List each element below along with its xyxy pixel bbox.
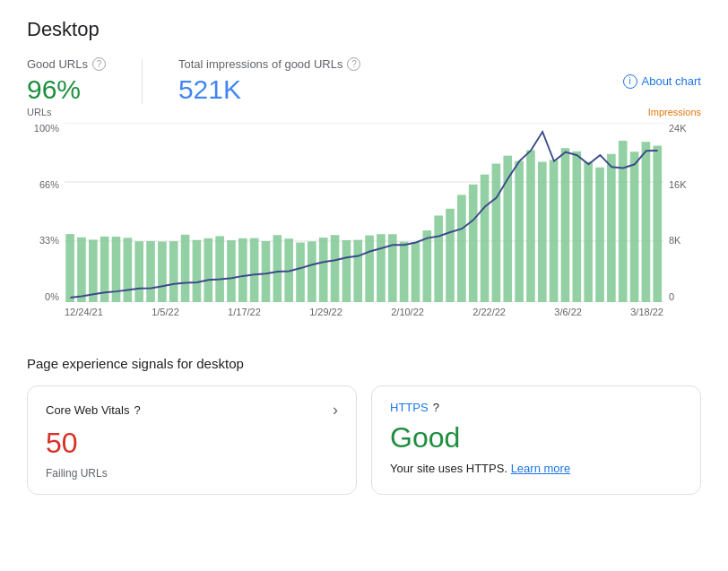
https-title-text: HTTPS [390,401,429,414]
x-label: 12/24/21 [65,307,103,317]
svg-rect-35 [423,230,432,302]
svg-rect-40 [481,175,490,302]
about-chart-label: About chart [642,74,702,88]
impressions-label-text: Total impressions of good URLs [178,57,343,71]
page-title: Desktop [27,18,701,41]
svg-rect-45 [538,162,547,302]
core-web-vitals-help-icon[interactable]: ? [134,403,140,417]
svg-rect-37 [446,209,455,302]
metrics-row: Good URLs ? 96% Total impressions of goo… [27,57,701,105]
https-description: Your site uses HTTPS. Learn more [390,462,682,475]
svg-rect-47 [561,148,570,302]
about-chart-info-icon: i [623,74,637,89]
svg-rect-12 [158,242,167,302]
svg-rect-48 [573,151,582,302]
svg-rect-15 [193,240,202,302]
svg-rect-34 [412,242,420,302]
metric-divider [142,59,143,104]
svg-rect-20 [250,238,259,302]
svg-rect-33 [400,242,409,302]
x-label: 2/22/22 [472,307,506,317]
signals-title: Page experience signals for desktop [27,356,701,371]
svg-rect-13 [169,241,178,302]
https-title: HTTPS ? [390,401,439,414]
svg-rect-6 [89,239,98,302]
x-label: 1/29/22 [309,307,342,317]
impressions-value: 521K [178,74,361,105]
svg-rect-28 [342,240,351,302]
svg-rect-52 [619,141,628,302]
core-web-vitals-header: Core Web Vitals ? › [46,401,338,420]
svg-rect-16 [204,238,212,302]
y-label-left: 100% [34,123,59,134]
y-axis-title-left: URLs [27,107,52,117]
https-card: HTTPS ? Good Your site uses HTTPS. Learn… [371,385,701,495]
core-web-vitals-title-text: Core Web Vitals [46,403,129,417]
https-desc-text: Your site uses HTTPS. [390,462,507,475]
chart-svg [65,123,663,302]
svg-rect-43 [515,161,524,302]
y-label-right: 16K [669,179,687,190]
svg-rect-50 [595,168,604,302]
svg-rect-5 [77,238,86,302]
core-web-vitals-title: Core Web Vitals ? [46,403,141,417]
y-label-left: 33% [39,235,59,246]
svg-rect-18 [227,240,236,302]
svg-rect-49 [584,161,593,302]
good-urls-label: Good URLs ? [27,57,106,71]
good-urls-label-text: Good URLs [27,57,88,71]
x-label: 1/17/22 [228,307,261,317]
y-axis-title-right: Impressions [648,107,701,117]
svg-rect-38 [457,195,466,302]
svg-rect-22 [273,235,282,302]
svg-rect-46 [550,160,559,302]
x-labels: 12/24/211/5/221/17/221/29/222/10/222/22/… [65,307,663,329]
https-value: Good [390,421,682,454]
impressions-help-icon[interactable]: ? [347,57,360,71]
good-urls-help-icon[interactable]: ? [92,57,106,71]
x-label: 2/10/22 [391,307,424,317]
y-labels-left: 100%66%33%0% [27,123,63,302]
svg-rect-26 [319,238,328,302]
svg-rect-41 [492,164,501,302]
svg-rect-36 [434,216,443,302]
svg-rect-17 [215,236,224,302]
svg-rect-25 [308,241,316,302]
about-chart-button[interactable]: i About chart [623,74,702,89]
signals-cards: Core Web Vitals ? › 50 Failing URLs HTTP… [27,385,701,495]
svg-rect-55 [653,146,662,302]
chart-container: URLs Impressions 100%66%33%0% 24K16K8K0 … [27,123,701,329]
chart-inner [65,123,663,302]
y-label-left: 66% [39,179,59,190]
svg-rect-54 [642,142,651,302]
svg-rect-10 [134,241,143,302]
y-label-right: 24K [669,123,687,134]
svg-rect-30 [365,236,374,302]
x-label: 3/18/22 [630,307,663,317]
svg-rect-53 [630,151,639,302]
svg-rect-44 [526,151,535,302]
y-label-left: 0% [45,291,59,302]
svg-rect-24 [296,243,305,302]
core-web-vitals-card[interactable]: Core Web Vitals ? › 50 Failing URLs [27,385,357,495]
https-help-icon[interactable]: ? [433,401,439,414]
svg-rect-51 [607,154,616,302]
core-web-vitals-arrow-icon: › [333,401,338,420]
y-label-right: 8K [669,235,680,246]
good-urls-metric: Good URLs ? 96% [27,57,106,105]
x-label: 1/5/22 [152,307,179,317]
svg-rect-29 [353,240,362,302]
core-web-vitals-value: 50 [46,427,338,460]
https-learn-more-link[interactable]: Learn more [511,462,570,475]
impressions-label: Total impressions of good URLs ? [178,57,361,71]
core-web-vitals-sub: Failing URLs [46,467,338,480]
svg-rect-11 [146,241,155,302]
y-labels-right: 24K16K8K0 [665,123,701,302]
svg-rect-14 [181,235,190,302]
y-label-right: 0 [669,291,674,302]
svg-rect-31 [377,234,386,302]
good-urls-value: 96% [27,74,106,105]
svg-rect-39 [469,185,478,302]
svg-rect-19 [238,238,247,302]
svg-rect-9 [124,238,133,302]
